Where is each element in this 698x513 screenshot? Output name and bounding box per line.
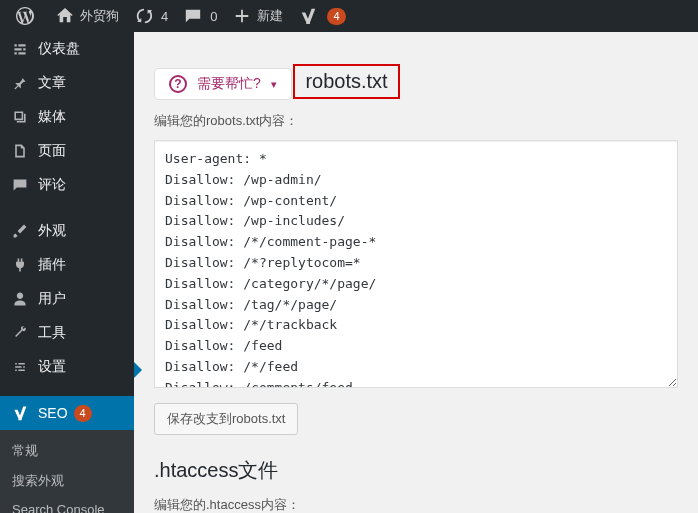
submenu-search-console[interactable]: Search Console [0, 496, 134, 513]
comments-link[interactable]: 0 [176, 0, 225, 32]
sidebar-item-users[interactable]: 用户 [0, 282, 134, 316]
settings-icon [10, 357, 30, 377]
question-icon: ? [169, 75, 187, 93]
comment-icon [184, 7, 202, 25]
seo-badge: 4 [74, 405, 92, 422]
sidebar-item-label: 仪表盘 [38, 40, 80, 58]
chevron-down-icon: ▾ [271, 78, 277, 91]
sidebar-item-label: 插件 [38, 256, 66, 274]
main-content: ? 需要帮忙? ▾ robots.txt 编辑您的robots.txt内容： 保… [134, 32, 698, 513]
help-label: 需要帮忙? [197, 75, 261, 93]
yoast-icon [10, 403, 30, 423]
save-robots-button[interactable]: 保存改支到robots.txt [154, 403, 298, 435]
sidebar-item-posts[interactable]: 文章 [0, 66, 134, 100]
seo-notify-count: 4 [327, 8, 345, 25]
sidebar-item-comments[interactable]: 评论 [0, 168, 134, 202]
sidebar-item-pages[interactable]: 页面 [0, 134, 134, 168]
sidebar-item-label: 页面 [38, 142, 66, 160]
user-icon [10, 289, 30, 309]
sidebar-item-label: 评论 [38, 176, 66, 194]
sidebar-item-label: 外观 [38, 222, 66, 240]
seo-notification[interactable]: 4 [291, 0, 353, 32]
refresh-icon [135, 7, 153, 25]
plugin-icon [10, 255, 30, 275]
sidebar-item-label: 工具 [38, 324, 66, 342]
media-icon [10, 107, 30, 127]
comment-icon [10, 175, 30, 195]
submenu-general[interactable]: 常规 [0, 436, 134, 466]
sidebar-item-appearance[interactable]: 外观 [0, 214, 134, 248]
updates-link[interactable]: 4 [127, 0, 176, 32]
new-content-link[interactable]: 新建 [225, 0, 291, 32]
robots-desc: 编辑您的robots.txt内容： [154, 112, 678, 130]
robots-section-title: robots.txt [295, 66, 397, 97]
updates-count: 4 [161, 9, 168, 24]
page-icon [10, 141, 30, 161]
new-label: 新建 [257, 7, 283, 25]
submenu-search-appearance[interactable]: 搜索外观 [0, 466, 134, 496]
htaccess-desc: 编辑您的.htaccess内容： [154, 496, 678, 513]
current-menu-pointer [134, 362, 142, 378]
help-button[interactable]: ? 需要帮忙? ▾ [154, 68, 292, 100]
sidebar-item-seo[interactable]: SEO 4 [0, 396, 134, 430]
brush-icon [10, 221, 30, 241]
sidebar-item-label: 媒体 [38, 108, 66, 126]
yoast-icon [299, 7, 317, 25]
plus-icon [233, 7, 251, 25]
robots-textarea[interactable] [154, 140, 678, 388]
dashboard-icon [10, 39, 30, 59]
home-icon [56, 7, 74, 25]
sidebar-item-label: 文章 [38, 74, 66, 92]
sidebar-item-plugins[interactable]: 插件 [0, 248, 134, 282]
sidebar-item-settings[interactable]: 设置 [0, 350, 134, 384]
pin-icon [10, 73, 30, 93]
sidebar-item-label: 设置 [38, 358, 66, 376]
htaccess-section-title: .htaccess文件 [154, 457, 678, 484]
sidebar-item-tools[interactable]: 工具 [0, 316, 134, 350]
sidebar-item-media[interactable]: 媒体 [0, 100, 134, 134]
site-name: 外贸狗 [80, 7, 119, 25]
sidebar-item-dashboard[interactable]: 仪表盘 [0, 32, 134, 66]
sidebar-item-label: SEO [38, 405, 68, 421]
wrench-icon [10, 323, 30, 343]
site-home-link[interactable]: 外贸狗 [48, 0, 127, 32]
comments-count: 0 [210, 9, 217, 24]
admin-top-bar: 外贸狗 4 0 新建 4 [0, 0, 698, 32]
sidebar-item-label: 用户 [38, 290, 66, 308]
wordpress-icon [16, 7, 34, 25]
admin-sidebar: 仪表盘 文章 媒体 页面 评论 外观 插件 用户 [0, 32, 134, 513]
wp-logo[interactable] [8, 0, 48, 32]
seo-submenu: 常规 搜索外观 Search Console 社会化 工具 [0, 430, 134, 513]
